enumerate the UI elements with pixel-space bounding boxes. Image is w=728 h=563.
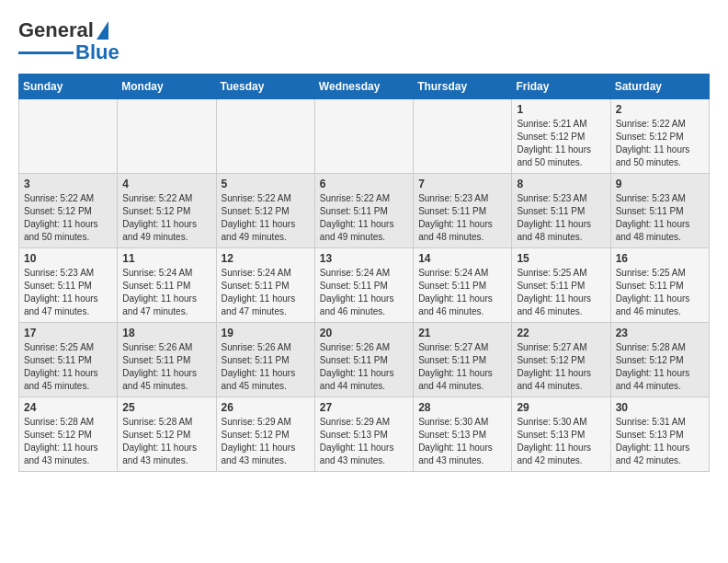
day-cell: 23Sunrise: 5:28 AM Sunset: 5:12 PM Dayli… (610, 323, 709, 397)
day-cell (314, 99, 413, 174)
day-cell: 18Sunrise: 5:26 AM Sunset: 5:11 PM Dayli… (118, 323, 216, 397)
day-number: 29 (517, 401, 605, 414)
day-info: Sunrise: 5:28 AM Sunset: 5:12 PM Dayligh… (616, 341, 704, 393)
day-number: 6 (320, 178, 408, 190)
day-cell: 20Sunrise: 5:26 AM Sunset: 5:11 PM Dayli… (314, 323, 413, 397)
day-cell (19, 99, 118, 174)
day-number: 24 (24, 401, 112, 414)
day-info: Sunrise: 5:29 AM Sunset: 5:13 PM Dayligh… (320, 416, 408, 467)
column-header-friday: Friday (512, 75, 610, 99)
day-info: Sunrise: 5:28 AM Sunset: 5:12 PM Dayligh… (24, 416, 112, 467)
day-info: Sunrise: 5:23 AM Sunset: 5:11 PM Dayligh… (418, 192, 506, 244)
day-info: Sunrise: 5:26 AM Sunset: 5:11 PM Dayligh… (222, 341, 310, 393)
day-cell: 13Sunrise: 5:24 AM Sunset: 5:11 PM Dayli… (314, 248, 413, 323)
day-number: 14 (418, 252, 506, 265)
day-cell: 28Sunrise: 5:30 AM Sunset: 5:13 PM Dayli… (414, 397, 512, 472)
day-cell: 1Sunrise: 5:21 AM Sunset: 5:12 PM Daylig… (512, 99, 610, 174)
day-number: 21 (418, 327, 506, 339)
day-info: Sunrise: 5:22 AM Sunset: 5:11 PM Dayligh… (320, 192, 408, 244)
day-cell: 14Sunrise: 5:24 AM Sunset: 5:11 PM Dayli… (414, 248, 512, 323)
day-number: 16 (616, 252, 704, 265)
day-cell: 17Sunrise: 5:25 AM Sunset: 5:11 PM Dayli… (19, 323, 118, 397)
day-info: Sunrise: 5:24 AM Sunset: 5:11 PM Dayligh… (222, 267, 310, 318)
week-row-2: 3Sunrise: 5:22 AM Sunset: 5:12 PM Daylig… (19, 174, 710, 248)
day-cell: 24Sunrise: 5:28 AM Sunset: 5:12 PM Dayli… (19, 397, 118, 472)
day-info: Sunrise: 5:24 AM Sunset: 5:11 PM Dayligh… (320, 267, 408, 318)
day-info: Sunrise: 5:28 AM Sunset: 5:12 PM Dayligh… (122, 416, 210, 467)
week-row-1: 1Sunrise: 5:21 AM Sunset: 5:12 PM Daylig… (19, 99, 710, 174)
day-info: Sunrise: 5:27 AM Sunset: 5:11 PM Dayligh… (418, 341, 506, 393)
week-row-4: 17Sunrise: 5:25 AM Sunset: 5:11 PM Dayli… (19, 323, 710, 397)
day-number: 30 (616, 401, 704, 414)
column-header-tuesday: Tuesday (216, 75, 314, 99)
day-number: 1 (517, 103, 605, 116)
day-cell (118, 99, 216, 174)
day-number: 5 (222, 178, 310, 190)
day-info: Sunrise: 5:31 AM Sunset: 5:13 PM Dayligh… (616, 416, 704, 467)
day-cell: 30Sunrise: 5:31 AM Sunset: 5:13 PM Dayli… (610, 397, 709, 472)
calendar-header: SundayMondayTuesdayWednesdayThursdayFrid… (19, 75, 710, 99)
day-cell: 27Sunrise: 5:29 AM Sunset: 5:13 PM Dayli… (314, 397, 413, 472)
day-info: Sunrise: 5:22 AM Sunset: 5:12 PM Dayligh… (222, 192, 310, 244)
day-number: 25 (122, 401, 210, 414)
day-number: 26 (222, 401, 310, 414)
day-number: 23 (616, 327, 704, 339)
week-row-5: 24Sunrise: 5:28 AM Sunset: 5:12 PM Dayli… (19, 397, 710, 472)
day-info: Sunrise: 5:29 AM Sunset: 5:12 PM Dayligh… (222, 416, 310, 467)
day-cell (216, 99, 314, 174)
day-info: Sunrise: 5:21 AM Sunset: 5:12 PM Dayligh… (517, 118, 605, 169)
day-number: 10 (24, 252, 112, 265)
day-cell: 25Sunrise: 5:28 AM Sunset: 5:12 PM Dayli… (118, 397, 216, 472)
day-info: Sunrise: 5:25 AM Sunset: 5:11 PM Dayligh… (517, 267, 605, 318)
day-info: Sunrise: 5:30 AM Sunset: 5:13 PM Dayligh… (517, 416, 605, 467)
day-number: 15 (517, 252, 605, 265)
day-info: Sunrise: 5:22 AM Sunset: 5:12 PM Dayligh… (24, 192, 112, 244)
day-cell: 21Sunrise: 5:27 AM Sunset: 5:11 PM Dayli… (414, 323, 512, 397)
day-number: 8 (517, 178, 605, 190)
day-info: Sunrise: 5:22 AM Sunset: 5:12 PM Dayligh… (616, 118, 704, 169)
day-info: Sunrise: 5:23 AM Sunset: 5:11 PM Dayligh… (616, 192, 704, 244)
day-info: Sunrise: 5:25 AM Sunset: 5:11 PM Dayligh… (24, 341, 112, 393)
week-row-3: 10Sunrise: 5:23 AM Sunset: 5:11 PM Dayli… (19, 248, 710, 323)
header-row: SundayMondayTuesdayWednesdayThursdayFrid… (19, 75, 710, 99)
column-header-sunday: Sunday (19, 75, 118, 99)
day-cell: 6Sunrise: 5:22 AM Sunset: 5:11 PM Daylig… (314, 174, 413, 248)
day-info: Sunrise: 5:22 AM Sunset: 5:12 PM Dayligh… (122, 192, 210, 244)
column-header-monday: Monday (118, 75, 216, 99)
day-info: Sunrise: 5:24 AM Sunset: 5:11 PM Dayligh… (122, 267, 210, 318)
day-number: 11 (122, 252, 210, 265)
logo: General Blue (18, 18, 119, 64)
day-cell (414, 99, 512, 174)
calendar-table: SundayMondayTuesdayWednesdayThursdayFrid… (18, 74, 710, 472)
day-number: 20 (320, 327, 408, 339)
logo-general: General (18, 18, 94, 42)
day-info: Sunrise: 5:24 AM Sunset: 5:11 PM Dayligh… (418, 267, 506, 318)
day-number: 2 (616, 103, 704, 116)
day-cell: 26Sunrise: 5:29 AM Sunset: 5:12 PM Dayli… (216, 397, 314, 472)
day-number: 13 (320, 252, 408, 265)
day-info: Sunrise: 5:26 AM Sunset: 5:11 PM Dayligh… (122, 341, 210, 393)
day-cell: 11Sunrise: 5:24 AM Sunset: 5:11 PM Dayli… (118, 248, 216, 323)
day-cell: 19Sunrise: 5:26 AM Sunset: 5:11 PM Dayli… (216, 323, 314, 397)
day-cell: 4Sunrise: 5:22 AM Sunset: 5:12 PM Daylig… (118, 174, 216, 248)
day-number: 28 (418, 401, 506, 414)
calendar-body: 1Sunrise: 5:21 AM Sunset: 5:12 PM Daylig… (19, 99, 710, 472)
column-header-thursday: Thursday (414, 75, 512, 99)
day-number: 22 (517, 327, 605, 339)
day-number: 19 (222, 327, 310, 339)
page-header: General Blue (18, 18, 710, 64)
day-cell: 22Sunrise: 5:27 AM Sunset: 5:12 PM Dayli… (512, 323, 610, 397)
day-cell: 10Sunrise: 5:23 AM Sunset: 5:11 PM Dayli… (19, 248, 118, 323)
day-cell: 8Sunrise: 5:23 AM Sunset: 5:11 PM Daylig… (512, 174, 610, 248)
day-cell: 16Sunrise: 5:25 AM Sunset: 5:11 PM Dayli… (610, 248, 709, 323)
day-number: 18 (122, 327, 210, 339)
day-info: Sunrise: 5:27 AM Sunset: 5:12 PM Dayligh… (517, 341, 605, 393)
day-number: 12 (222, 252, 310, 265)
day-info: Sunrise: 5:26 AM Sunset: 5:11 PM Dayligh… (320, 341, 408, 393)
day-number: 9 (616, 178, 704, 190)
day-info: Sunrise: 5:23 AM Sunset: 5:11 PM Dayligh… (517, 192, 605, 244)
day-cell: 2Sunrise: 5:22 AM Sunset: 5:12 PM Daylig… (610, 99, 709, 174)
day-cell: 7Sunrise: 5:23 AM Sunset: 5:11 PM Daylig… (414, 174, 512, 248)
day-cell: 29Sunrise: 5:30 AM Sunset: 5:13 PM Dayli… (512, 397, 610, 472)
column-header-wednesday: Wednesday (314, 75, 413, 99)
